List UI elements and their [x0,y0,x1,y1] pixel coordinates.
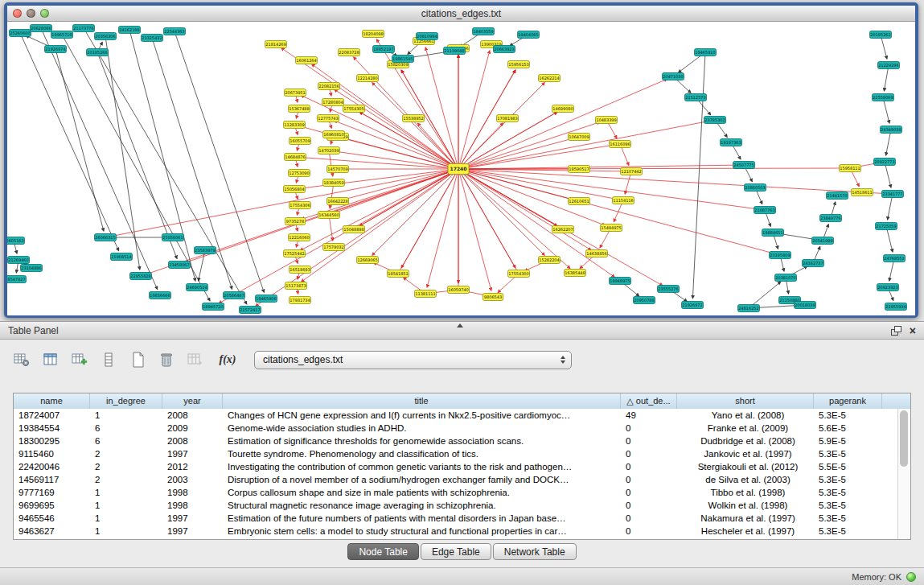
graph-node[interactable]: 16344560 [318,212,340,219]
graph-node[interactable]: 21087763 [754,207,776,214]
graph-node[interactable]: 24507775 [733,162,755,169]
graph-node[interactable]: 18945720 [203,303,224,311]
graph-node[interactable]: 20860503 [745,184,766,192]
graph-node[interactable]: 17280804 [322,99,344,106]
new-column-button[interactable] [71,351,88,369]
graph-node[interactable]: 20195266 [87,49,109,56]
table-row[interactable]: 911546021997Tourette syndrome. Phenomeno… [14,447,898,460]
graph-node[interactable]: 20541999 [812,237,834,245]
graph-node[interactable]: 20381070 [775,274,797,282]
graph-node[interactable]: 25260600 [10,30,31,37]
graph-node[interactable]: 12214280 [357,75,379,82]
graph-node[interactable]: 12610651 [569,198,590,205]
graph-node[interactable]: 14699080 [552,105,574,113]
graph-node[interactable]: 20923923 [877,284,899,291]
graph-node[interactable]: 20663923 [494,46,515,53]
graph-node[interactable]: 17579032 [323,244,345,251]
graph-node[interactable]: 18547827 [7,276,27,283]
graph-node[interactable]: 15538952 [403,115,425,122]
table-row[interactable]: 1830029562008Estimation of significance … [14,435,898,447]
graph-node[interactable]: 10483399 [596,117,618,124]
graph-node[interactable]: 17525442 [284,250,306,257]
graph-node[interactable]: 24162737 [803,260,824,267]
graph-node[interactable]: 19404065 [518,31,540,39]
graph-node[interactable]: 19465910 [695,49,717,56]
graph-node[interactable]: 18852197 [373,46,395,53]
column-header-name[interactable]: name [14,393,90,409]
graph-node[interactable]: 14570709 [327,166,349,173]
table-row[interactable]: 1456911722003Disruption of a novel membe… [14,473,898,486]
graph-node[interactable]: 20950788 [634,297,655,304]
column-header-out-de-[interactable]: △ out_de... [621,393,677,409]
graph-node[interactable]: 19465906 [256,295,277,303]
graph-node[interactable]: 14684876 [285,154,306,161]
scrollbar-thumb[interactable] [900,410,908,467]
graph-node[interactable]: 11283309 [284,122,306,129]
column-chooser-button[interactable] [42,351,60,369]
graph-node[interactable]: 12775743 [318,115,339,122]
graph-node[interactable]: 16642228 [327,198,349,205]
graph-node[interactable]: 22955828 [130,273,152,280]
graph-node[interactable]: 19861545 [392,56,414,63]
graph-node[interactable]: 17081983 [497,115,519,122]
graph-node[interactable]: 15494975 [601,225,622,232]
table-scrollbar[interactable] [897,409,910,539]
graph-node[interactable]: 20628086 [31,25,52,32]
graph-node[interactable]: 21139048 [444,47,466,55]
table-row[interactable]: 969969511998Structural magnetic resonanc… [14,499,898,512]
graph-node[interactable]: 20471030 [663,73,684,80]
graph-node[interactable]: 22955934 [885,303,907,311]
graph-node[interactable]: 21926974 [45,46,67,53]
graph-node[interactable]: 21512573 [685,94,707,101]
graph-node[interactable]: 23195809 [770,252,791,259]
graph-node[interactable]: 23583979 [195,247,216,254]
graph-node[interactable]: 23325432 [142,35,163,42]
graph-node[interactable]: 22558069 [873,94,894,101]
new-document-button[interactable] [129,351,146,369]
graph-node[interactable]: 20195262 [870,31,892,39]
graph-node[interactable]: 19884651 [762,229,784,237]
column-header-pagerank[interactable]: pagerank [814,393,882,409]
graph-node[interactable]: 14702039 [318,147,340,154]
graph-node[interactable]: 22082156 [318,83,340,90]
graph-node[interactable]: 12216060 [289,234,310,241]
graph-node[interactable]: 16960810 [323,131,345,138]
graph-node[interactable]: 16518693 [290,266,311,274]
graph-node[interactable]: 18384059 [323,179,345,187]
graph-node[interactable]: 17554306 [290,202,311,209]
graph-node[interactable]: 16059740 [448,286,470,294]
zoom-window-button[interactable] [40,9,49,18]
graph-node[interactable]: 12753090 [289,170,310,177]
graph-hub-node[interactable]: 17240 [448,164,469,175]
graph-node[interactable]: 16055709 [290,138,311,145]
table-row[interactable]: 977716911998Corpus callosum shape and si… [14,486,898,499]
new-row-button[interactable] [100,351,117,369]
graph-node[interactable]: 23341777 [882,191,904,198]
table-row[interactable]: 946362711997Embryonic stem cells: a mode… [14,525,898,538]
graph-node[interactable]: 15173873 [285,282,307,290]
graph-node[interactable]: 17931734 [290,297,311,304]
close-window-button[interactable] [13,9,22,18]
table-row[interactable]: 1872400712008Changes of HCN gene express… [14,409,898,422]
graph-node[interactable]: 23458067 [169,262,191,269]
graph-node[interactable]: 9806543 [483,294,503,301]
table-selector-combobox[interactable]: citations_edges.txt [254,351,572,369]
graph-node[interactable]: 20605163 [7,237,25,245]
graph-node[interactable]: 18590517 [569,166,590,173]
float-panel-icon[interactable] [891,326,901,336]
graph-node[interactable]: 19965718 [51,31,73,39]
graph-node[interactable]: 15056804 [284,186,306,193]
graph-node[interactable]: 15367488 [289,105,310,113]
graph-node[interactable]: 11381111 [415,290,437,298]
graph-node[interactable]: 23104886 [21,265,43,272]
close-panel-icon[interactable]: × [910,325,916,336]
graph-node[interactable]: 15958111 [840,165,861,172]
column-header-year[interactable]: year [162,393,223,409]
graph-node[interactable]: 20922773 [874,159,896,166]
graph-node[interactable]: 12669065 [357,257,379,264]
graph-node[interactable]: 21173776 [73,25,95,32]
graph-node[interactable]: 23785302 [704,117,726,124]
graph-node[interactable]: 20673951 [285,89,306,97]
graph-node[interactable]: 21926972 [682,302,704,309]
window-titlebar[interactable]: citations_edges.txt [7,6,915,22]
